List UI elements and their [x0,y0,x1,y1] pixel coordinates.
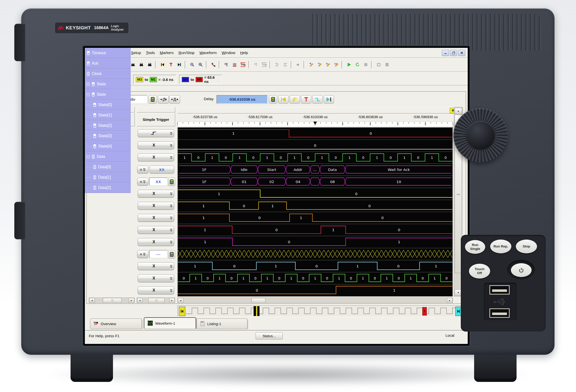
scroll-right-button[interactable]: ► [447,298,452,303]
expand-icon[interactable] [86,83,90,86]
menu-markers[interactable]: Markers [157,50,176,56]
zoom-out-scale-button[interactable] [169,95,180,104]
stop-disabled[interactable] [362,60,370,69]
trigger-dropdown[interactable]: X [138,286,174,294]
bus-signal-row-state-1-[interactable]: State[1] [85,110,131,120]
status-disabled[interactable] [383,60,391,69]
menu-runstop[interactable]: Run/Stop [176,50,197,56]
collapse-icon[interactable] [86,155,90,158]
annotate-next-button[interactable] [315,60,324,69]
find-next-button[interactable] [145,60,154,69]
delay-next-edge-button[interactable] [312,95,323,104]
go-to-trigger-button[interactable] [167,60,175,69]
tab-listing1[interactable]: Listing-1 [197,318,247,329]
trigger-operator-dropdown[interactable]: = [137,250,148,258]
bus-signal-hscrollbar[interactable]: ◄ ► [89,298,135,303]
restore-button[interactable] [450,50,457,56]
tab-waveform1[interactable]: Waveform-1 [144,317,196,329]
waveform-hscrollbar[interactable]: ◄ ► [177,298,453,303]
trigger-dropdown[interactable]: X [138,202,174,210]
delay-calculator-button[interactable] [269,95,277,104]
time-ruler[interactable] [177,121,453,127]
separate-signals-disabled[interactable] [281,60,289,69]
trigger-operator-dropdown[interactable]: = [137,166,148,173]
navigator-go-start-button[interactable] [179,307,185,316]
scroll-right-button[interactable]: ► [129,298,134,303]
sampling-setup-button[interactable] [230,60,239,69]
menu-help[interactable]: Help [238,50,251,56]
scale-calculator-button[interactable] [148,95,157,104]
trigger-dropdown[interactable]: X [138,190,174,197]
bus-signal-row-clock[interactable]: Clock [85,69,131,79]
rotary-knob-center[interactable] [466,121,495,149]
trigger-hscrollbar[interactable]: ◄ ► [137,298,175,303]
trigger-dropdown[interactable]: X [138,141,174,149]
trigger-dropdown[interactable]: X [138,274,174,282]
bus-signal-row-data-2-[interactable]: Data[2] [85,183,131,193]
trigger-dropdown[interactable]: X [138,153,174,161]
status-button[interactable]: Status... [256,332,283,339]
zoom-in-button[interactable] [196,60,205,69]
overlay-signals-disabled[interactable] [273,60,281,69]
run-repetitive-button[interactable] [353,60,362,69]
navigator-trigger-marker[interactable]: T [422,307,427,315]
tab-overview[interactable]: Overview [90,318,142,329]
collapse-icon[interactable] [86,93,90,96]
trigger-calculator-button[interactable] [168,178,175,186]
trigger-dropdown[interactable]: X [138,226,174,234]
menu-waveform[interactable]: Waveform [197,50,219,56]
power-button[interactable] [511,263,532,277]
go-to-start-button[interactable] [158,60,167,69]
scroll-right-button[interactable]: ► [169,298,175,303]
cancel-disabled[interactable] [374,60,383,69]
find-previous-button[interactable] [137,60,145,69]
sound-disabled[interactable] [294,60,302,69]
marker-measurement-2[interactable]: M3toM1= -3.6 ns [133,75,176,84]
go-to-end-button[interactable] [175,60,183,69]
bus-signal-row-state[interactable]: State [85,79,131,89]
go-trigger-button[interactable] [301,95,311,104]
trigger-value-field[interactable]: --- [149,250,167,258]
bus-signal-row-state-3-[interactable]: State[3] [85,131,131,141]
trigger-dropdown[interactable] [138,129,174,137]
hscroll-thumb[interactable] [103,298,122,303]
place-marker-button[interactable] [209,60,218,69]
bus-signal-row-timeout[interactable]: Timeout [85,48,131,58]
go-end-button[interactable] [324,95,334,104]
bus-signal-row-data-1-[interactable]: Data[1] [85,172,131,183]
bus-signal-row-state-2-[interactable]: State[2] [85,120,131,131]
trigger-value-button[interactable]: XX [149,166,174,173]
trigger-operator-dropdown[interactable]: = [137,178,148,186]
time-navigator-bar[interactable]: T [177,306,463,317]
bus-signal-row-data[interactable]: Data [85,151,131,162]
hard-button-run-single[interactable]: Run Single [465,240,486,254]
trigger-value-field[interactable]: XX [149,178,167,186]
trigger-dropdown[interactable]: X [138,238,174,246]
minimize-button[interactable] [442,50,449,56]
waveform-canvas[interactable]: 100101010101010101010101FIdleStartAddr..… [177,127,453,297]
navigator-position-marker[interactable] [254,306,259,316]
scroll-left-button[interactable]: ◄ [137,298,143,303]
trigger-setup-disabled[interactable]: Trig [260,60,268,69]
zoom-in-scale-button[interactable] [158,95,169,104]
close-button[interactable] [458,50,465,56]
menu-setup[interactable]: Setup [129,50,144,56]
hard-button-stop[interactable]: Stop [516,239,537,253]
menu-tools[interactable]: Tools [144,50,157,56]
bus-signal-row-state-0-[interactable]: State[0] [85,100,131,110]
annotate-add-button[interactable] [307,60,315,69]
delay-prev-edge-button[interactable] [289,95,300,104]
bus-signal-row-state-4-[interactable]: State[4] [85,141,131,151]
hard-button-run-rep[interactable]: Run Rep. [490,239,512,253]
annotate-overflow-button[interactable]: OF [332,60,340,69]
delay-field[interactable]: -536.610338 us [217,95,267,104]
scroll-up-button[interactable]: ▲ [455,108,462,114]
scroll-left-button[interactable]: ◄ [89,298,95,303]
trigger-calculator-button[interactable] [168,250,175,258]
menu-window[interactable]: Window [219,50,237,56]
trigger-header[interactable]: Simple Trigger [137,113,175,126]
zoom-out-button[interactable] [188,60,196,69]
hscroll-thumb[interactable] [252,298,265,303]
bus-signal-row-ack[interactable]: Ack [85,58,131,69]
bus-signal-setup-button[interactable] [222,60,230,69]
